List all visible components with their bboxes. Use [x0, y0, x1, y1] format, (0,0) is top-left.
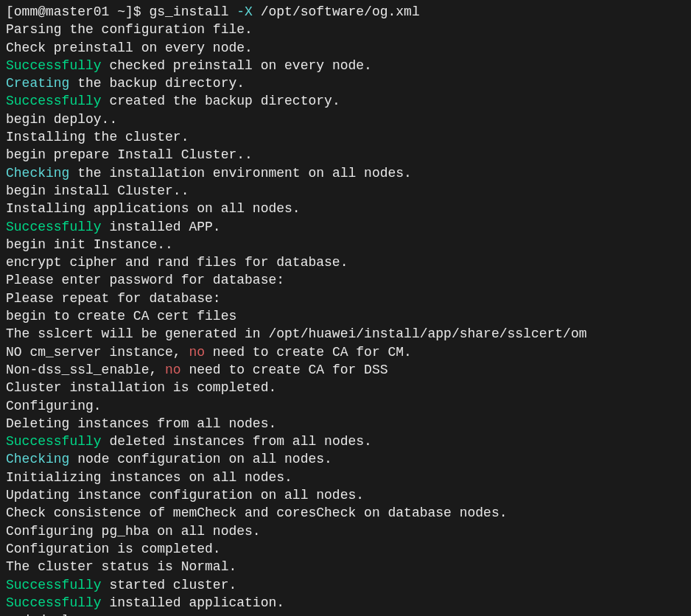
- action-keyword: Checking: [6, 166, 69, 181]
- output-line: Checking node configuration on all nodes…: [6, 450, 685, 468]
- output-line: Check consistence of memCheck and coresC…: [6, 504, 685, 522]
- success-keyword: Successfully: [6, 595, 102, 610]
- success-keyword: Successfully: [6, 578, 102, 592]
- success-keyword: Successfully: [6, 434, 102, 449]
- output-line: Configuring pg_hba on all nodes.: [6, 522, 685, 540]
- output-line: begin install Cluster..: [6, 182, 685, 200]
- success-keyword: Successfully: [6, 94, 102, 108]
- output-line: encrypt cipher and rand files for databa…: [6, 253, 685, 271]
- terminal-prompt-line: [omm@master01 ~]$ gs_install -X /opt/sof…: [6, 3, 685, 21]
- output-line: The cluster status is Normal.: [6, 558, 685, 575]
- output-line: Checking the installation environment on…: [6, 164, 685, 182]
- prompt-flag: -X: [236, 4, 253, 19]
- output-line: Configuration is completed.: [6, 540, 685, 558]
- output-line: Successfully checked preinstall on every…: [6, 57, 685, 74]
- output-text: installed APP.: [102, 220, 221, 234]
- output-line: Successfully installed APP.: [6, 218, 685, 236]
- output-line: begin prepare Install Cluster..: [6, 146, 685, 164]
- output-line: The sslcert will be generated in /opt/hu…: [6, 325, 685, 343]
- output-text: Non-dss_ssl_enable,: [6, 363, 165, 377]
- output-line: Successfully installed application.: [6, 594, 685, 612]
- output-text: the installation environment on all node…: [69, 166, 411, 181]
- output-line: Initializing instances on all nodes.: [6, 469, 685, 486]
- output-line: end deploy..: [6, 612, 685, 616]
- action-keyword: Creating: [6, 76, 69, 91]
- action-keyword: Checking: [6, 452, 69, 466]
- output-text: need to create CA for DSS: [181, 363, 388, 377]
- output-line: Installing the cluster.: [6, 128, 685, 146]
- output-line: Creating the backup directory.: [6, 74, 685, 92]
- prompt-command: gs_install: [149, 4, 236, 19]
- output-line: Please repeat for database:: [6, 290, 685, 307]
- output-line: Parsing the configuration file.: [6, 21, 685, 38]
- output-line: Installing applications on all nodes.: [6, 200, 685, 217]
- output-text: NO cm_server instance,: [6, 345, 189, 360]
- output-line: Deleting instances from all nodes.: [6, 415, 685, 433]
- no-keyword: no: [165, 363, 181, 377]
- output-line: begin to create CA cert files: [6, 307, 685, 325]
- prompt-user-host: [omm@master01 ~]$: [6, 4, 149, 19]
- output-text: started cluster.: [102, 578, 237, 592]
- output-line: Updating instance configuration on all n…: [6, 486, 685, 504]
- output-text: created the backup directory.: [102, 94, 340, 108]
- success-keyword: Successfully: [6, 58, 102, 73]
- output-text: the backup directory.: [69, 76, 245, 91]
- output-text: checked preinstall on every node.: [102, 58, 372, 73]
- success-keyword: Successfully: [6, 220, 102, 234]
- no-keyword: no: [189, 345, 205, 360]
- output-line: Please enter password for database:: [6, 271, 685, 289]
- output-line: Successfully deleted instances from all …: [6, 433, 685, 450]
- output-text: node configuration on all nodes.: [69, 452, 332, 466]
- output-line: NO cm_server instance, no need to create…: [6, 343, 685, 361]
- output-text: installed application.: [102, 595, 284, 610]
- output-line: Successfully created the backup director…: [6, 92, 685, 110]
- output-line: begin deploy..: [6, 111, 685, 128]
- output-line: Non-dss_ssl_enable, no need to create CA…: [6, 361, 685, 379]
- output-line: Successfully started cluster.: [6, 576, 685, 594]
- output-line: Check preinstall on every node.: [6, 39, 685, 57]
- output-line: Cluster installation is completed.: [6, 379, 685, 396]
- output-line: Configuring.: [6, 397, 685, 415]
- output-text: deleted instances from all nodes.: [102, 434, 372, 449]
- prompt-path: /opt/software/og.xml: [253, 4, 420, 19]
- output-text: need to create CA for CM.: [205, 345, 412, 360]
- output-line: begin init Instance..: [6, 236, 685, 253]
